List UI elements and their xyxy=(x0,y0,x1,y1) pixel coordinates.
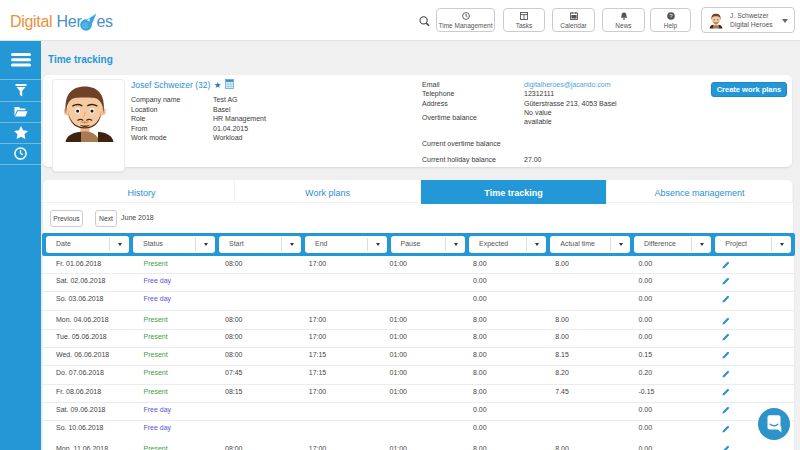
svg-text:?: ? xyxy=(669,13,672,19)
